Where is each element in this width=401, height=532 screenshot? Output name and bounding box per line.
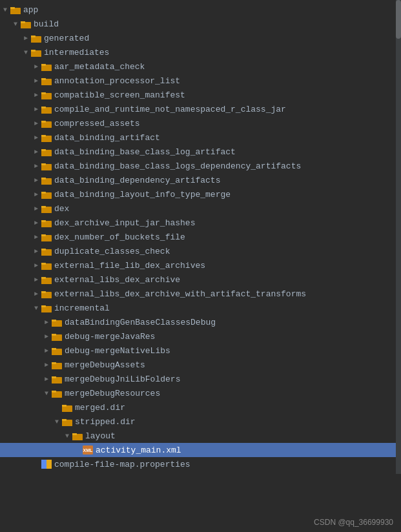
collapsed-arrow-icon[interactable] [41, 347, 52, 354]
collapsed-arrow-icon[interactable] [31, 106, 41, 113]
tree-item-external_libs_dex_archive[interactable]: external_libs_dex_archive [0, 272, 401, 287]
svg-rect-14 [31, 36, 36, 37]
tree-item-external_libs_dex_archive_with_artifact_transforms[interactable]: external_libs_dex_archive_with_artifact_… [0, 287, 401, 301]
folder-icon [41, 119, 52, 128]
tree-item-intermediates[interactable]: intermediates [0, 45, 401, 59]
tree-item-aar_metadata_check[interactable]: aar_metadata_check [0, 59, 401, 74]
tree-item-dex[interactable]: dex [0, 201, 401, 216]
collapsed-arrow-icon[interactable] [31, 134, 41, 141]
item-label: data_binding_base_class_logs_dependency_… [54, 161, 301, 171]
expanded-arrow-icon[interactable] [10, 21, 21, 28]
tree-item-compatible_screen_manifest[interactable]: compatible_screen_manifest [0, 88, 401, 102]
tree-item-app[interactable]: app [0, 3, 401, 17]
folder-icon [41, 91, 52, 99]
collapsed-arrow-icon[interactable] [41, 319, 52, 326]
xml-file-icon: XML [83, 445, 93, 455]
tree-item-incremental[interactable]: incremental [0, 301, 401, 315]
collapsed-arrow-icon[interactable] [41, 362, 52, 369]
tree-item-external_file_lib_dex_archives[interactable]: external_file_lib_dex_archives [0, 258, 401, 272]
tree-item-generated[interactable]: generated [0, 31, 401, 45]
folder-icon [41, 77, 52, 85]
tree-item-stripped.dir[interactable]: stripped.dir [0, 414, 401, 429]
tree-item-data_binding_base_class_log_artifact[interactable]: data_binding_base_class_log_artifact [0, 145, 401, 159]
svg-rect-49 [41, 135, 46, 137]
folder-icon [41, 205, 52, 213]
tree-item-annotation_processor_list[interactable]: annotation_processor_list [0, 74, 401, 88]
collapsed-arrow-icon[interactable] [31, 77, 41, 85]
tree-item-compile_and_runtime_not_namespaced_r_class_jar[interactable]: compile_and_runtime_not_namespaced_r_cla… [0, 102, 401, 116]
svg-rect-59 [41, 163, 46, 165]
collapsed-arrow-icon[interactable] [41, 376, 52, 383]
svg-rect-89 [41, 249, 46, 251]
tree-item-debug-mergeJavaRes[interactable]: debug-mergeJavaRes [0, 329, 401, 343]
folder-icon [41, 162, 52, 170]
collapsed-arrow-icon[interactable] [31, 276, 41, 283]
collapsed-arrow-icon[interactable] [41, 333, 52, 340]
tree-item-build[interactable]: build [0, 17, 401, 31]
tree-item-merged.dir[interactable]: merged.dir [0, 400, 401, 414]
collapsed-arrow-icon[interactable] [31, 163, 41, 170]
expanded-arrow-icon[interactable] [62, 433, 72, 440]
folder-icon [10, 6, 21, 14]
tree-item-dex_number_of_buckets_file[interactable]: dex_number_of_buckets_file [0, 230, 401, 244]
tree-item-debug-mergeNativeLibs[interactable]: debug-mergeNativeLibs [0, 343, 401, 358]
watermark: CSDN @qq_36699930 [314, 518, 393, 527]
tree-item-duplicate_classes_check[interactable]: duplicate_classes_check [0, 244, 401, 258]
collapsed-arrow-icon[interactable] [21, 35, 31, 42]
tree-item-layout[interactable]: layout [0, 429, 401, 443]
svg-rect-109 [41, 305, 46, 307]
tree-item-mergeDebugJniLibFolders[interactable]: mergeDebugJniLibFolders [0, 372, 401, 386]
folder-icon [41, 276, 52, 284]
item-label: merged.dir [75, 403, 125, 413]
item-label: data_binding_artifact [54, 133, 160, 143]
collapsed-arrow-icon[interactable] [31, 234, 41, 241]
collapsed-arrow-icon[interactable] [31, 177, 41, 184]
svg-rect-119 [52, 334, 56, 336]
item-label: external_libs_dex_archive_with_artifact_… [54, 289, 306, 299]
tree-item-data_binding_dependency_artifacts[interactable]: data_binding_dependency_artifacts [0, 173, 401, 187]
item-label: mergeDebugJniLibFolders [65, 374, 180, 384]
svg-rect-134 [52, 376, 56, 378]
item-label: compile-file-map.properties [54, 460, 190, 469]
collapsed-arrow-icon[interactable] [31, 92, 41, 99]
tree-item-data_binding_layout_info_type_merge[interactable]: data_binding_layout_info_type_merge [0, 187, 401, 201]
item-label: annotation_processor_list [54, 76, 180, 86]
svg-rect-154 [72, 433, 77, 435]
tree-item-mergeDebugResources[interactable]: mergeDebugResources [0, 386, 401, 400]
item-label: dataBindingGenBaseClassesDebug [65, 318, 216, 327]
tree-item-compressed_assets[interactable]: compressed_assets [0, 116, 401, 130]
collapsed-arrow-icon[interactable] [31, 220, 41, 227]
collapsed-arrow-icon[interactable] [31, 248, 41, 255]
tree-item-dex_archive_input_jar_hashes[interactable]: dex_archive_input_jar_hashes [0, 216, 401, 230]
scrollbar[interactable] [396, 0, 401, 474]
collapsed-arrow-icon[interactable] [31, 262, 41, 269]
folder-icon [62, 418, 72, 426]
svg-rect-99 [41, 277, 46, 279]
collapsed-arrow-icon[interactable] [31, 291, 41, 298]
expanded-arrow-icon[interactable] [31, 305, 41, 312]
expanded-arrow-icon[interactable] [0, 6, 10, 14]
expanded-arrow-icon[interactable] [41, 390, 52, 397]
collapsed-arrow-icon[interactable] [31, 205, 41, 212]
collapsed-arrow-icon[interactable] [31, 120, 41, 127]
folder-icon [41, 105, 52, 114]
expanded-arrow-icon[interactable] [21, 49, 31, 56]
tree-item-data_binding_base_class_logs_dependency_artifacts[interactable]: data_binding_base_class_logs_dependency_… [0, 159, 401, 173]
svg-rect-94 [41, 263, 46, 265]
item-label: debug-mergeNativeLibs [65, 346, 170, 356]
tree-item-dataBindingGenBaseClassesDebug[interactable]: dataBindingGenBaseClassesDebug [0, 315, 401, 329]
tree-item-mergeDebugAssets[interactable]: mergeDebugAssets [0, 358, 401, 372]
tree-item-data_binding_artifact[interactable]: data_binding_artifact [0, 130, 401, 145]
tree-item-activity_main.xml[interactable]: XML activity_main.xml [0, 443, 401, 457]
svg-rect-9 [21, 21, 25, 23]
collapsed-arrow-icon[interactable] [31, 191, 41, 198]
item-label: data_binding_layout_info_type_merge [54, 190, 231, 200]
collapsed-arrow-icon[interactable] [31, 63, 41, 70]
scrollbar-thumb[interactable] [396, 0, 401, 39]
expanded-arrow-icon[interactable] [52, 418, 62, 425]
item-label: duplicate_classes_check [54, 247, 170, 256]
tree-item-compile-file-map.properties[interactable]: compile-file-map.properties [0, 457, 401, 471]
svg-rect-34 [41, 92, 46, 94]
svg-rect-104 [41, 291, 46, 293]
collapsed-arrow-icon[interactable] [31, 148, 41, 156]
